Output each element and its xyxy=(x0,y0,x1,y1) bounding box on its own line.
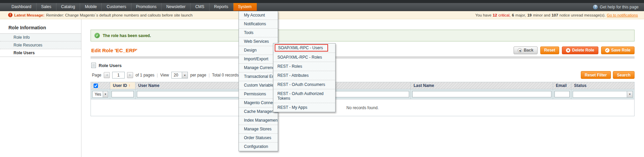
grid-pager-row: Page ◀ ▶ of 1 pages | View 20 ▼ per page… xyxy=(91,71,635,80)
minor-count: 19 xyxy=(527,13,532,17)
save-role-button[interactable]: ✓ Save Role xyxy=(601,46,635,54)
role-users-grid: User ID↑ User Name Last Name Email Statu… xyxy=(91,82,635,116)
menu-item-design[interactable]: Design xyxy=(239,46,278,55)
delete-role-button-label: Delete Role xyxy=(572,48,594,53)
grid-filter-actions: Reset Filter Search xyxy=(581,71,635,79)
menu-item-configuration[interactable]: Configuration xyxy=(239,143,278,151)
page-label: Page xyxy=(92,73,101,77)
grid-filter-row: Yes ▼ ▼ xyxy=(91,89,635,99)
menu-item-web-services[interactable]: Web Services xyxy=(239,37,278,46)
submenu-item-rest-my-apps[interactable]: REST - My Apps xyxy=(273,103,335,112)
sort-asc-icon: ↑ xyxy=(128,83,130,88)
menu-item-notifications[interactable]: Notifications xyxy=(239,20,278,29)
menu-item-custom-variables[interactable]: Custom Variables xyxy=(239,81,278,90)
sidebar-title: Role Information xyxy=(8,25,81,30)
delete-role-button[interactable]: ✕ Delete Role xyxy=(562,46,598,54)
user-name-header-label: User Name xyxy=(138,83,159,88)
submenu-item-rest-roles[interactable]: REST - Roles xyxy=(273,62,335,71)
nav-item-system[interactable]: System xyxy=(233,3,257,11)
latest-message: ! Latest Message: Reminder: Change Magen… xyxy=(0,13,193,17)
column-header-user-id[interactable]: User ID↑ xyxy=(110,82,135,89)
column-header-email[interactable]: Email xyxy=(553,82,571,89)
critical-count: 12 xyxy=(493,13,497,17)
nav-item-newsletter[interactable]: Newsletter xyxy=(162,3,191,11)
nav-item-customers[interactable]: Customers xyxy=(102,3,131,11)
submenu-item-rest-oauth-consumers[interactable]: REST - OAuth Consumers xyxy=(273,80,335,89)
role-users-section-header: Role Users xyxy=(91,63,635,68)
page-title: Edit Role 'EC_ERP' xyxy=(91,48,137,53)
submenu-item-soap-xml-rpc-roles[interactable]: SOAP/XML-RPC - Roles xyxy=(273,53,335,62)
major-count: 6 xyxy=(512,13,514,17)
page-number-input[interactable] xyxy=(112,72,125,78)
chevron-down-icon: ▼ xyxy=(182,72,188,78)
menu-item-magento-connect[interactable]: Magento Connect xyxy=(239,99,278,107)
nav-item-catalog[interactable]: Catalog xyxy=(56,3,80,11)
nav-item-dashboard[interactable]: Dashboard xyxy=(7,3,36,11)
nav-item-sales[interactable]: Sales xyxy=(36,3,56,11)
column-header-status[interactable]: Status xyxy=(571,82,635,89)
notification-summary: You have 12 critical, 6 major, 19 minor … xyxy=(475,13,644,17)
user-id-filter-input[interactable] xyxy=(112,91,134,97)
nav-item-reports[interactable]: Reports xyxy=(209,3,233,11)
reset-button-label: Reset xyxy=(544,48,555,53)
sidebar-list: Role Info Role Resources Role Users xyxy=(0,33,81,57)
sidebar-item-role-users[interactable]: Role Users xyxy=(0,49,81,57)
view-label: View xyxy=(160,73,169,77)
sidebar-item-role-resources[interactable]: Role Resources xyxy=(0,41,81,49)
nav-item-cms[interactable]: CMS xyxy=(191,3,209,11)
status-filter-cell: ▼ xyxy=(571,89,635,99)
menu-item-manage-currency[interactable]: Manage Currency xyxy=(239,64,278,72)
menu-item-tools[interactable]: Tools xyxy=(239,29,278,37)
menu-item-cache-management[interactable]: Cache Management xyxy=(239,107,278,116)
system-dropdown-menu: My Account Notifications Tools Web Servi… xyxy=(239,11,278,151)
submenu-item-rest-oauth-authorized-tokens[interactable]: REST - OAuth Authorized Tokens xyxy=(273,89,335,103)
delete-x-icon: ✕ xyxy=(566,48,570,53)
next-page-button[interactable]: ▶ xyxy=(127,72,133,78)
submenu-item-rest-attributes[interactable]: REST - Attributes xyxy=(273,71,335,80)
back-arrow-icon: ◀ xyxy=(518,48,522,53)
menu-item-my-account[interactable]: My Account xyxy=(239,11,278,20)
menu-item-transactional-emails[interactable]: Transactional Emails xyxy=(239,72,278,81)
status-header-label: Status xyxy=(574,83,587,88)
email-filter-input[interactable] xyxy=(554,91,570,97)
chevron-down-icon: ▼ xyxy=(103,91,108,97)
status-filter-value xyxy=(573,91,627,97)
success-message-text: The role has been saved. xyxy=(103,33,151,38)
back-button[interactable]: ◀ Back xyxy=(514,46,538,54)
assigned-filter-select[interactable]: Yes ▼ xyxy=(92,91,108,98)
previous-page-button[interactable]: ◀ xyxy=(104,72,110,78)
go-to-notifications-link[interactable]: Go to notifications xyxy=(607,13,638,17)
per-page-select[interactable]: 20 ▼ xyxy=(171,72,188,78)
submenu-item-soap-xml-rpc-users[interactable]: SOAP/XML-RPC - Users xyxy=(273,43,335,53)
reset-button[interactable]: Reset xyxy=(540,46,560,54)
status-filter-select[interactable]: ▼ xyxy=(573,91,633,98)
get-help-link[interactable]: ? Get help for this page xyxy=(593,3,644,11)
section-title: Role Users xyxy=(99,63,122,68)
email-header-label: Email xyxy=(556,83,567,88)
no-records-cell: No records found. xyxy=(91,99,635,116)
minor-word: minor and xyxy=(533,13,550,17)
menu-item-permissions[interactable]: Permissions xyxy=(239,90,278,99)
last-name-filter-input[interactable] xyxy=(412,91,551,97)
menu-item-order-statuses[interactable]: Order Statuses xyxy=(239,134,278,143)
success-message-box: ✓ The role has been saved. xyxy=(91,30,635,41)
menu-item-manage-stores[interactable]: Manage Stores xyxy=(239,125,278,134)
menu-item-index-management[interactable]: Index Management xyxy=(239,116,278,125)
sidebar-item-role-info[interactable]: Role Info xyxy=(0,34,81,41)
admin-nav-bar: Dashboard Sales Catalog Mobile Customers… xyxy=(0,3,644,11)
search-button-label: Search xyxy=(617,73,630,77)
select-all-checkbox[interactable] xyxy=(94,84,98,88)
column-header-last-name[interactable]: Last Name xyxy=(411,82,553,89)
reset-filter-button[interactable]: Reset Filter xyxy=(581,71,611,79)
nav-item-promotions[interactable]: Promotions xyxy=(131,3,162,11)
page-toolbar: ◀ Back Reset ✕ Delete Role ✓ Save Role xyxy=(514,46,635,54)
latest-message-label: Latest Message: xyxy=(14,13,44,17)
menu-item-import-export[interactable]: Import/Export xyxy=(239,55,278,64)
nav-item-mobile[interactable]: Mobile xyxy=(80,3,102,11)
question-circle-icon: ? xyxy=(593,5,598,9)
summary-prefix: You have xyxy=(475,13,492,17)
back-button-label: Back xyxy=(524,48,534,53)
search-button[interactable]: Search xyxy=(613,71,635,79)
web-services-submenu: SOAP/XML-RPC - Users SOAP/XML-RPC - Role… xyxy=(273,43,336,112)
prev-arrow-icon: ◀ xyxy=(106,73,108,76)
